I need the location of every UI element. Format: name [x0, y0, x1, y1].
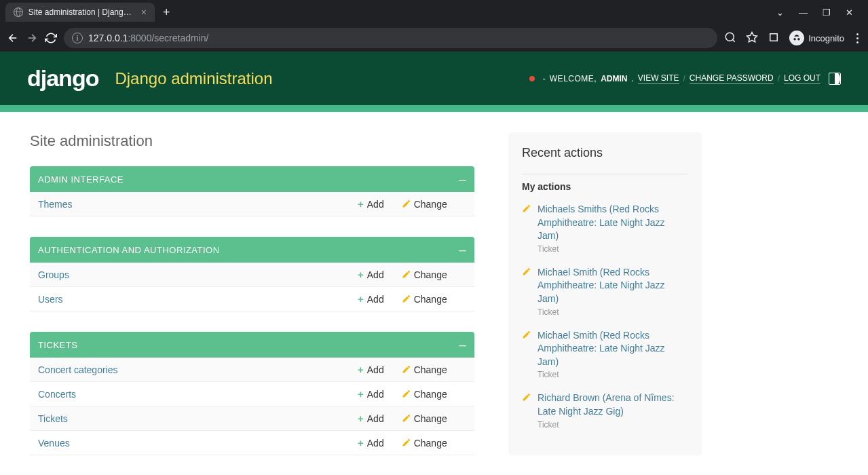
incognito-badge[interactable]: Incognito [789, 31, 844, 45]
recent-actions-title: Recent actions [522, 146, 688, 160]
status-dot-icon [529, 76, 535, 81]
view-site-link[interactable]: VIEW SITE [638, 73, 679, 84]
browser-tab[interactable]: Site administration | Django admin × [5, 3, 155, 22]
browser-chrome: Site administration | Django admin × + ⌄… [0, 0, 868, 52]
app-name: TICKETS [38, 340, 77, 350]
app-name: ADMIN INTERFACE [38, 174, 124, 185]
address-bar[interactable]: i 127.0.0.1:8000/secretadmin/ [64, 28, 717, 48]
window-controls: ⌄ — ❐ ✕ [776, 7, 863, 18]
pencil-icon [522, 267, 531, 276]
add-link[interactable]: +Add [358, 198, 384, 210]
browser-toolbar: i 127.0.0.1:8000/secretadmin/ Incognito [0, 24, 868, 52]
add-link[interactable]: +Add [358, 293, 384, 305]
plus-icon: + [358, 364, 364, 375]
model-row: Themes +Add Change [30, 192, 474, 216]
my-actions-label: My actions [522, 174, 688, 192]
bookmark-icon[interactable] [746, 31, 758, 45]
plus-icon: + [358, 269, 364, 280]
minimize-button[interactable]: — [799, 7, 808, 18]
model-link[interactable]: Concerts [38, 389, 76, 400]
pencil-icon [402, 438, 411, 447]
welcome-text: WELCOME, [550, 74, 597, 83]
collapse-icon[interactable]: – [459, 339, 466, 351]
app-caption[interactable]: TICKETS– [30, 332, 474, 358]
forward-button[interactable] [26, 32, 38, 44]
content: Site administration ADMIN INTERFACE– The… [0, 112, 868, 475]
tab-strip: Site administration | Django admin × + ⌄… [0, 0, 868, 24]
model-row: Groups +Add Change [30, 263, 474, 287]
page-title: Site administration [30, 132, 474, 150]
site-info-icon[interactable]: i [72, 33, 83, 43]
app-caption[interactable]: AUTHENTICATION AND AUTHORIZATION– [30, 237, 474, 263]
change-link[interactable]: Change [402, 413, 447, 424]
model-link[interactable]: Users [38, 294, 63, 305]
app-module: TICKETS– Concert categories +Add Change … [30, 332, 474, 455]
model-row: Users +Add Change [30, 287, 474, 311]
tab-close-icon[interactable]: × [141, 7, 147, 18]
django-logo[interactable]: django [27, 65, 98, 92]
browser-menu-button[interactable] [854, 33, 861, 43]
model-row: Tickets +Add Change [30, 406, 474, 431]
username: ADMIN [601, 74, 627, 83]
back-button[interactable] [7, 32, 19, 44]
model-link[interactable]: Venues [38, 438, 70, 449]
model-link[interactable]: Concert categories [38, 364, 118, 375]
model-row: Venues +Add Change [30, 431, 474, 455]
app-caption[interactable]: ADMIN INTERFACE– [30, 166, 474, 192]
app-module: ADMIN INTERFACE– Themes +Add Change [30, 166, 474, 216]
pencil-icon [522, 393, 531, 402]
plus-icon: + [358, 198, 364, 210]
pencil-icon [402, 414, 411, 423]
reload-button[interactable] [45, 32, 57, 44]
plus-icon: + [358, 437, 364, 449]
user-links: - WELCOME, ADMIN. VIEW SITE / CHANGE PAS… [529, 73, 841, 85]
recent-actions-module: Recent actions My actions Michaels Smith… [508, 132, 702, 455]
zoom-icon[interactable] [724, 31, 736, 45]
app-module: AUTHENTICATION AND AUTHORIZATION– Groups… [30, 237, 474, 311]
model-row: Concert categories +Add Change [30, 358, 474, 382]
sidebar-column: Recent actions My actions Michaels Smith… [508, 132, 702, 475]
svg-point-0 [725, 33, 734, 41]
recent-action-item: Richard Brown (Arena of Nîmes: Late Nigh… [522, 392, 688, 429]
recent-action-link[interactable]: Michaels Smiths (Red Rocks Amphitheatre:… [537, 204, 665, 241]
change-password-link[interactable]: CHANGE PASSWORD [690, 73, 774, 84]
theme-toggle-icon[interactable] [829, 73, 841, 85]
model-link[interactable]: Themes [38, 199, 73, 210]
collapse-icon[interactable]: – [459, 173, 466, 185]
change-link[interactable]: Change [402, 269, 447, 280]
pencil-icon [522, 204, 531, 213]
change-link[interactable]: Change [402, 388, 447, 400]
tab-title: Site administration | Django admin [29, 7, 136, 17]
recent-action-item: Michael Smith (Red Rocks Amphitheatre: L… [522, 266, 688, 317]
recent-action-link[interactable]: Richard Brown (Arena of Nîmes: Late Nigh… [537, 392, 675, 417]
model-link[interactable]: Groups [38, 269, 69, 280]
close-window-button[interactable]: ✕ [846, 7, 853, 18]
logout-link[interactable]: LOG OUT [784, 73, 820, 84]
recent-action-item: Michaels Smiths (Red Rocks Amphitheatre:… [522, 203, 688, 254]
header-strip [0, 105, 868, 112]
recent-action-item: Michael Smith (Red Rocks Amphitheatre: L… [522, 329, 688, 380]
url-text: 127.0.0.1:8000/secretadmin/ [88, 33, 208, 43]
add-link[interactable]: +Add [358, 364, 384, 375]
extensions-icon[interactable] [768, 31, 780, 45]
new-tab-button[interactable]: + [163, 5, 170, 20]
recent-action-link[interactable]: Michael Smith (Red Rocks Amphitheatre: L… [537, 330, 665, 367]
add-link[interactable]: +Add [358, 269, 384, 280]
toolbar-icons: Incognito [724, 31, 861, 45]
add-link[interactable]: +Add [358, 413, 384, 424]
collapse-icon[interactable]: – [459, 244, 466, 256]
maximize-button[interactable]: ❐ [823, 7, 831, 18]
add-link[interactable]: +Add [358, 437, 384, 449]
model-link[interactable]: Tickets [38, 413, 68, 424]
change-link[interactable]: Change [402, 293, 447, 305]
incognito-icon [789, 31, 804, 45]
pencil-icon [402, 365, 411, 374]
add-link[interactable]: +Add [358, 388, 384, 400]
chevron-down-icon[interactable]: ⌄ [776, 7, 784, 18]
change-link[interactable]: Change [402, 364, 447, 375]
change-link[interactable]: Change [402, 437, 447, 449]
recent-action-link[interactable]: Michael Smith (Red Rocks Amphitheatre: L… [537, 267, 665, 304]
app-name: AUTHENTICATION AND AUTHORIZATION [38, 245, 220, 255]
change-link[interactable]: Change [402, 198, 447, 210]
svg-rect-1 [770, 33, 778, 41]
